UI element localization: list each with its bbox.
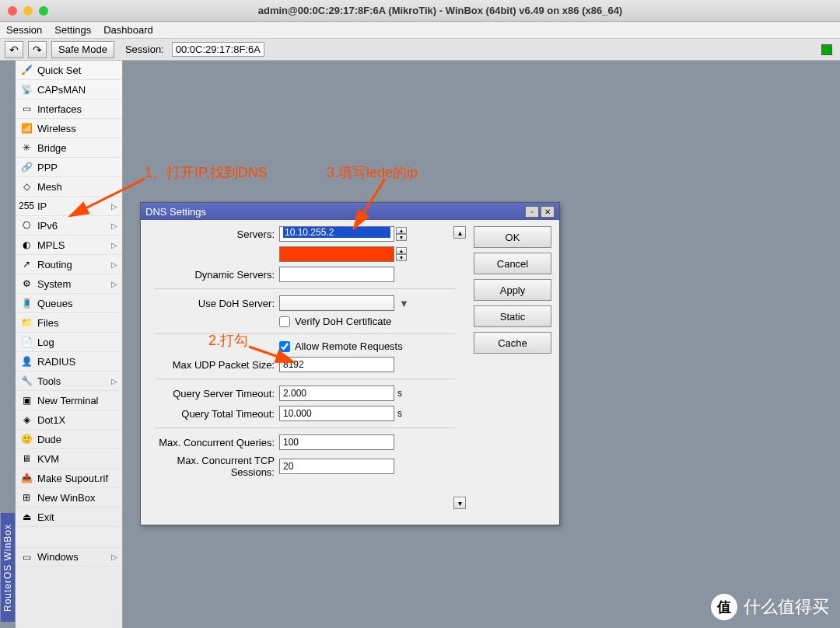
sidebar-icon: 🖥	[20, 452, 33, 465]
sidebar-item-make-supout-rif[interactable]: 📤Make Supout.rif	[16, 469, 122, 488]
sidebar-label: Wireless	[37, 123, 76, 134]
apply-button[interactable]: Apply	[474, 279, 551, 301]
sidebar-label: Make Supout.rif	[37, 473, 108, 484]
sidebar-item-radius[interactable]: 👤RADIUS	[16, 352, 122, 372]
sidebar-item-new-winbox[interactable]: ⊞New WinBox	[16, 488, 122, 508]
menu-settings[interactable]: Settings	[54, 24, 91, 36]
sidebar-item-log[interactable]: 📄Log	[16, 333, 122, 352]
redo-button[interactable]: ↷	[28, 41, 47, 58]
qst-label: Query Server Timeout:	[147, 388, 279, 399]
submenu-arrow-icon: ▷	[111, 280, 117, 288]
sidebar-icon: 📁	[20, 316, 33, 329]
sidebar-item-ip[interactable]: 255IP▷	[16, 197, 122, 216]
qtt-unit: s	[397, 408, 402, 419]
watermark-text: 什么值得买	[744, 595, 829, 619]
query-server-timeout-input[interactable]	[279, 386, 394, 401]
sidebar-item-queues[interactable]: 🧵Queues	[16, 294, 122, 313]
sidebar-icon: ▣	[20, 394, 33, 406]
annotation-1: 1。打开IP,找到DNS	[145, 163, 268, 182]
mac-titlebar: admin@00:0C:29:17:8F:6A (MikroTik) - Win…	[0, 0, 840, 22]
connection-status-icon	[821, 44, 832, 55]
sidebar-icon: 🔗	[20, 161, 33, 173]
sidebar-item-exit[interactable]: ⏏Exit	[16, 508, 122, 527]
sidebar-label: Quick Set	[37, 65, 81, 76]
sidebar-item-dude[interactable]: 🙂Dude	[16, 430, 122, 449]
sidebar-label: Tools	[37, 375, 61, 387]
sidebar-icon: 🔧	[20, 375, 33, 387]
sidebar-item-windows[interactable]: ▭Windows▷	[16, 547, 122, 567]
sidebar-icon: 255	[20, 200, 33, 212]
undo-button[interactable]: ↶	[5, 41, 23, 58]
ok-button[interactable]: OK	[474, 226, 551, 248]
sidebar-item-tools[interactable]: 🔧Tools▷	[16, 372, 122, 391]
watermark-icon: 值	[711, 594, 737, 620]
servers-input-2[interactable]	[279, 246, 394, 262]
toolbar: ↶ ↷ Safe Mode Session: 00:0C:29:17:8F:6A	[0, 39, 840, 61]
sidebar-label: PPP	[37, 162, 58, 173]
sidebar-icon: ↗	[20, 258, 33, 270]
sidebar-item-ppp[interactable]: 🔗PPP	[16, 158, 122, 177]
sidebar-label: Mesh	[37, 181, 62, 193]
sidebar-item-system[interactable]: ⚙System▷	[16, 274, 122, 294]
max-concurrent-queries-input[interactable]	[279, 434, 394, 450]
sidebar-icon: 🙂	[20, 433, 33, 445]
sidebar-item-mpls[interactable]: ◐MPLS▷	[16, 236, 122, 255]
dns-close-icon[interactable]: ✕	[541, 206, 555, 218]
udp-label: Max UDP Packet Size:	[147, 359, 279, 371]
sidebar-item-routing[interactable]: ↗Routing▷	[16, 255, 122, 274]
mcq-label: Max. Concurrent Queries:	[147, 437, 279, 448]
servers-spinner-2[interactable]: ▴▾	[396, 247, 407, 261]
doh-label: Use DoH Server:	[147, 298, 279, 309]
sidebar-item-files[interactable]: 📁Files	[16, 313, 122, 333]
sidebar-icon: ◐	[20, 239, 33, 251]
query-total-timeout-input[interactable]	[279, 406, 394, 421]
sidebar-item-bridge[interactable]: ✳Bridge	[16, 138, 122, 158]
sidebar-icon: ⊞	[20, 491, 33, 504]
sidebar-label: MPLS	[37, 239, 65, 251]
doh-dropdown-icon[interactable]: ▼	[399, 298, 409, 309]
servers-spinner[interactable]: ▴▾	[396, 227, 407, 241]
dynamic-servers-input[interactable]	[279, 267, 394, 282]
dns-settings-window: DNS Settings ▫ ✕ Servers: 10.10.255.2 ▴▾…	[140, 202, 560, 525]
dns-window-titlebar[interactable]: DNS Settings ▫ ✕	[141, 203, 559, 220]
menu-bar: Session Settings Dashboard	[0, 22, 840, 39]
minimize-window-icon[interactable]	[23, 6, 33, 16]
sidebar-label: Windows	[37, 551, 79, 563]
dns-minimize-icon[interactable]: ▫	[525, 206, 539, 218]
submenu-arrow-icon: ▷	[111, 377, 117, 386]
sidebar-item-ipv6[interactable]: ⎔IPv6▷	[16, 216, 122, 236]
menu-session[interactable]: Session	[6, 24, 42, 36]
sidebar-icon: ▭	[20, 551, 33, 563]
mct-label: Max. Concurrent TCP Sessions:	[147, 455, 279, 478]
verify-doh-checkbox[interactable]	[279, 316, 290, 327]
sidebar-icon: 📶	[20, 122, 33, 134]
sidebar-item-interfaces[interactable]: ▭Interfaces	[16, 99, 122, 119]
sidebar-label: IP	[37, 201, 47, 212]
sidebar-label: System	[37, 278, 71, 290]
form-scroll-spinner[interactable]: ▴▾	[453, 226, 466, 509]
udp-packet-input[interactable]	[279, 357, 394, 372]
sidebar-item-kvm[interactable]: 🖥KVM	[16, 449, 122, 469]
sidebar-icon: ⎔	[20, 219, 33, 232]
sidebar-item-mesh[interactable]: ◇Mesh	[16, 177, 122, 197]
maximize-window-icon[interactable]	[39, 6, 48, 16]
sidebar-item-wireless[interactable]: 📶Wireless	[16, 119, 122, 138]
sidebar-item-quick-set[interactable]: 🖌️Quick Set	[16, 61, 122, 80]
sidebar-item-dot1x[interactable]: ◈Dot1X	[16, 410, 122, 430]
allow-remote-label: Allow Remote Requests	[295, 340, 403, 352]
close-window-icon[interactable]	[8, 6, 17, 16]
doh-server-input[interactable]	[279, 295, 394, 311]
cache-button[interactable]: Cache	[474, 332, 551, 354]
sidebar-item-new-terminal[interactable]: ▣New Terminal	[16, 391, 122, 410]
sidebar-icon: 📡	[20, 83, 33, 96]
cancel-button[interactable]: Cancel	[474, 253, 551, 274]
menu-dashboard[interactable]: Dashboard	[103, 24, 153, 36]
submenu-arrow-icon: ▷	[111, 222, 117, 230]
sidebar-item-capsman[interactable]: 📡CAPsMAN	[16, 80, 122, 99]
safe-mode-button[interactable]: Safe Mode	[51, 41, 114, 58]
allow-remote-checkbox[interactable]	[279, 341, 290, 352]
servers-input[interactable]: 10.10.255.2	[279, 226, 394, 242]
sidebar-icon: ✳	[20, 141, 33, 154]
max-concurrent-tcp-input[interactable]	[279, 459, 394, 474]
static-button[interactable]: Static	[474, 305, 551, 327]
